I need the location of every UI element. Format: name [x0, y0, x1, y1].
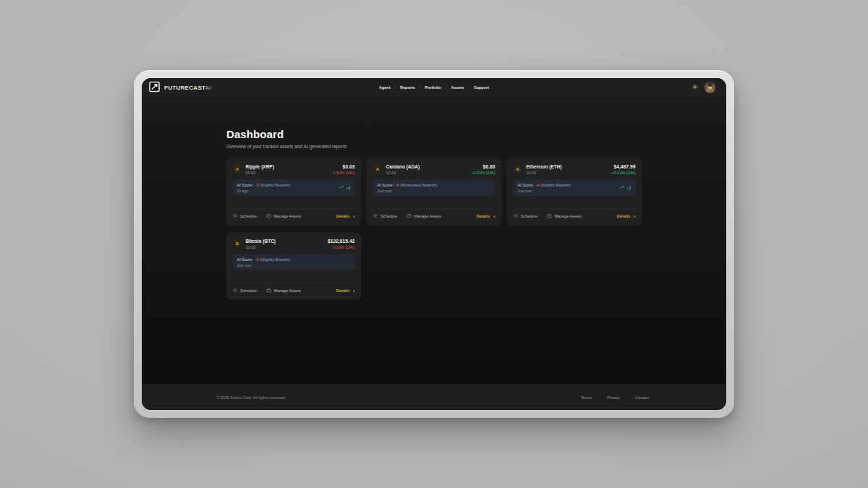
- ai-score-panel: AI Score:-6(Moderately Bearish) Just now: [373, 180, 495, 197]
- footer-links: Terms Privacy Contact: [581, 395, 649, 399]
- schedule-button[interactable]: Schedule: [514, 213, 537, 219]
- asset-price: $122,015.42: [328, 239, 355, 244]
- manage-assets-button[interactable]: Manage Assets: [266, 288, 301, 294]
- nav-separator: [395, 85, 396, 90]
- asset-price: $3.03: [332, 164, 355, 170]
- manage-assets-button[interactable]: Manage Assets: [547, 213, 582, 219]
- gear-icon: [233, 213, 238, 219]
- asset-card-xrp: X Ripple (XRP) 09:00 $3.03 -1.93% (24h): [226, 158, 361, 226]
- briefcase-icon: [407, 213, 412, 219]
- details-button[interactable]: Details›: [617, 213, 636, 219]
- dashboard-main: Dashboard Overview of your tracked asset…: [142, 97, 726, 384]
- footer-link-privacy[interactable]: Privacy: [607, 395, 620, 399]
- schedule-button[interactable]: Schedule: [233, 213, 257, 219]
- trend-badge: +2: [339, 186, 351, 191]
- details-button[interactable]: Details›: [336, 288, 355, 294]
- ai-score-value: -3: [255, 183, 259, 187]
- divider: [233, 209, 355, 210]
- ai-score-panel: AI Score:-3(Slightly Bearish) 1h ago +2: [233, 180, 355, 197]
- ai-sentiment: (Slightly Bearish): [260, 183, 291, 187]
- brand-name: FUTURECASTAI: [164, 84, 211, 90]
- schedule-button[interactable]: Schedule: [373, 213, 397, 219]
- ai-updated: Just now: [378, 189, 438, 193]
- divider: [514, 209, 636, 210]
- ai-updated: 1h ago: [237, 189, 291, 193]
- asset-icon: A: [373, 164, 383, 174]
- ai-score-value: -4: [536, 183, 540, 187]
- app-header: FUTURECASTAI Agent Reports Portfolio Ass…: [142, 78, 726, 97]
- divider: [233, 283, 355, 284]
- trend-delta-value: +2: [346, 186, 350, 190]
- nav-separator: [446, 85, 446, 90]
- sparkline-up-icon: [339, 186, 344, 191]
- copyright: © 2025 Future Cast. All rights reserved.: [216, 395, 286, 399]
- asset-time: 10:00: [527, 171, 562, 175]
- ai-score-panel: AI Score:-4(Slightly Bearish) Just now +…: [514, 180, 636, 197]
- footer-link-contact[interactable]: Contact: [635, 395, 649, 399]
- brand-logo-icon: [149, 81, 160, 93]
- asset-time: 09:00: [246, 171, 274, 175]
- divider: [373, 209, 495, 210]
- briefcase-icon: [266, 213, 271, 219]
- sun-icon: [692, 84, 699, 91]
- asset-card-btc: B Bitcoin (BTC) 10:00 $122,015.42 -0.01%…: [226, 233, 361, 300]
- ai-score-value: -6: [396, 183, 399, 187]
- asset-price: $0.83: [471, 164, 495, 170]
- asset-icon: X: [233, 164, 242, 174]
- main-nav: Agent Reports Portfolio Assets Support: [379, 78, 489, 97]
- ai-updated: Just now: [237, 263, 291, 267]
- gear-icon: [233, 288, 238, 294]
- nav-item-reports[interactable]: Reports: [400, 85, 415, 90]
- asset-name: Bitcoin (BTC): [246, 239, 276, 244]
- browser-window-frame: FUTURECASTAI Agent Reports Portfolio Ass…: [134, 70, 734, 418]
- chevron-right-icon: ›: [353, 213, 355, 219]
- asset-name: Ripple (XRP): [246, 164, 274, 170]
- nav-item-assets[interactable]: Assets: [451, 85, 464, 90]
- gear-icon: [373, 213, 378, 219]
- asset-price: $4,487.99: [611, 164, 635, 170]
- nav-separator: [420, 85, 420, 90]
- theme-toggle-button[interactable]: [692, 84, 699, 91]
- app-viewport: FUTURECASTAI Agent Reports Portfolio Ass…: [142, 78, 726, 410]
- briefcase-icon: [266, 288, 271, 294]
- asset-card-eth: E Ethereum (ETH) 10:00 $4,487.99 +0.21% …: [507, 158, 642, 226]
- manage-assets-button[interactable]: Manage Assets: [266, 213, 301, 219]
- briefcase-icon: [547, 213, 552, 219]
- nav-item-support[interactable]: Support: [474, 85, 489, 90]
- sparkline-up-icon: [619, 186, 625, 191]
- nav-separator: [469, 85, 469, 90]
- trend-delta-value: +1: [626, 186, 631, 190]
- asset-name: Cardano (ADA): [386, 164, 420, 170]
- ai-sentiment: (Moderately Bearish): [401, 183, 438, 187]
- footer-link-terms[interactable]: Terms: [581, 395, 592, 399]
- details-button[interactable]: Details›: [336, 213, 355, 219]
- trend-badge: +1: [619, 186, 631, 191]
- asset-name: Ethereum (ETH): [527, 164, 562, 170]
- ai-score-panel: AI Score:-3(Slightly Bearish) Just now: [233, 254, 355, 271]
- ai-score-label: AI Score:: [518, 183, 535, 187]
- ai-score-value: -3: [255, 257, 259, 262]
- manage-assets-button[interactable]: Manage Assets: [407, 213, 441, 219]
- user-avatar[interactable]: [705, 82, 715, 93]
- brand-logo[interactable]: FUTURECASTAI: [149, 81, 211, 93]
- asset-card-ada: A Cardano (ADA) 10:00 $0.83 +0.01% (24h): [367, 158, 501, 226]
- asset-change: +0.21% (24h): [611, 171, 635, 175]
- asset-change: +0.01% (24h): [471, 171, 495, 175]
- chevron-right-icon: ›: [353, 288, 355, 294]
- nav-item-portfolio[interactable]: Portfolio: [425, 85, 441, 90]
- asset-cards-grid: X Ripple (XRP) 09:00 $3.03 -1.93% (24h): [226, 158, 642, 300]
- asset-icon: B: [233, 239, 242, 248]
- ai-sentiment: (Slightly Bearish): [260, 257, 291, 262]
- chevron-right-icon: ›: [493, 213, 495, 219]
- ai-updated: Just now: [518, 189, 571, 193]
- page-title: Dashboard: [226, 128, 642, 140]
- nav-item-agent[interactable]: Agent: [379, 85, 391, 90]
- schedule-button[interactable]: Schedule: [233, 288, 257, 294]
- header-actions: [692, 82, 716, 93]
- ai-score-label: AI Score:: [237, 183, 254, 187]
- chevron-right-icon: ›: [634, 213, 636, 219]
- details-button[interactable]: Details›: [477, 213, 495, 219]
- ai-score-label: AI Score:: [237, 257, 254, 262]
- page-subtitle: Overview of your tracked assets and AI-g…: [226, 144, 642, 150]
- app-footer: © 2025 Future Cast. All rights reserved.…: [142, 384, 726, 410]
